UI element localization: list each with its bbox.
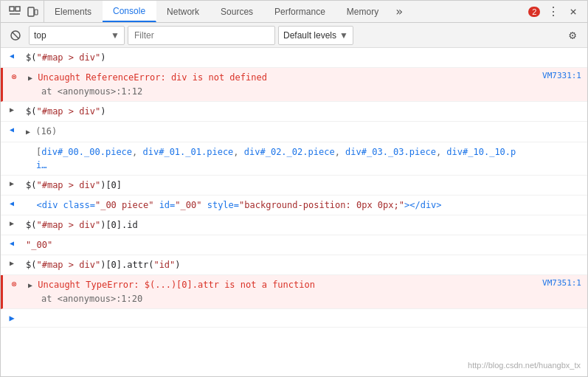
row-gutter: ◀: [1, 123, 23, 134]
console-row: ▶ $("#map > div")[0]: [1, 176, 587, 196]
row-gutter: ◀: [1, 197, 23, 207]
level-arrow-icon: ▼: [339, 30, 348, 41]
row-source[interactable]: VM7351:1: [528, 277, 587, 289]
row-source[interactable]: [528, 144, 587, 147]
svg-rect-3: [28, 7, 34, 16]
row-source[interactable]: [528, 217, 587, 220]
row-source[interactable]: [528, 237, 587, 240]
console-row: ◀ "_00": [1, 235, 587, 255]
console-row: [div#_00._00.piece, div#_01._01.piece, d…: [1, 142, 587, 176]
prompt-icon: ▶: [1, 313, 23, 323]
close-devtools-icon[interactable]: ×: [567, 3, 580, 20]
svg-line-6: [13, 32, 18, 38]
row-gutter: ⊗: [3, 69, 25, 82]
row-content: [div#_00._00.piece, div#_01._01.piece, d…: [23, 144, 528, 173]
inspect-icon[interactable]: [8, 5, 21, 18]
watermark-text: http://blog.csdn.net/huangbx_tx: [468, 361, 581, 370]
console-toolbar: top ▼ Default levels ▼ ⚙: [1, 23, 587, 48]
kebab-menu-icon[interactable]: ⋮: [544, 3, 562, 20]
row-content: $("#map > div")[0].attr("id"): [23, 257, 528, 273]
row-content: ▶ Uncaught TypeError: $(...)[0].attr is …: [25, 277, 528, 307]
row-gutter: ▶: [1, 103, 23, 114]
row-content: $("#map > div")[0].id: [23, 217, 528, 233]
row-content: ▶ (16): [23, 123, 528, 140]
console-prompt-row: ▶: [1, 309, 587, 328]
console-row: ▶ $("#map > div")[0].id: [1, 215, 587, 235]
clear-console-button[interactable]: [5, 26, 26, 45]
row-gutter: ▶: [1, 257, 23, 267]
row-content: $("#map > div"): [23, 49, 528, 66]
tab-memory[interactable]: Memory: [336, 1, 390, 22]
devtools-icons: [4, 1, 44, 22]
context-selector[interactable]: top ▼: [29, 26, 125, 45]
result-arrow-icon: ◀: [10, 199, 14, 207]
row-content: ▶ Uncaught ReferenceError: div is not de…: [25, 69, 528, 100]
device-icon[interactable]: [26, 5, 39, 18]
svg-rect-0: [10, 7, 14, 11]
console-input[interactable]: [23, 311, 587, 325]
row-content: $("#map > div"): [23, 103, 528, 120]
expand-icon[interactable]: ▶: [28, 281, 32, 289]
tab-right-controls: 2 ⋮ ×: [524, 3, 584, 20]
row-source[interactable]: [528, 123, 587, 126]
svg-rect-4: [35, 10, 38, 15]
svg-rect-1: [15, 7, 20, 11]
more-tabs-button[interactable]: »: [390, 1, 409, 22]
filter-input[interactable]: [128, 26, 275, 45]
eval-icon[interactable]: ▶: [10, 179, 14, 187]
row-gutter: ◀: [1, 237, 23, 247]
console-row: ◀ <div class="_00 piece" id="_00" style=…: [1, 196, 587, 215]
console-row: ▶ $("#map > div"): [1, 102, 587, 122]
row-gutter: ⊗: [3, 277, 25, 289]
expand-icon[interactable]: ▶: [26, 128, 30, 136]
tab-performance[interactable]: Performance: [264, 1, 336, 22]
row-content: $("#map > div")[0]: [23, 177, 528, 193]
log-level-selector[interactable]: Default levels ▼: [278, 26, 353, 45]
result-arrow-icon: ◀: [10, 125, 14, 134]
console-row: ◀ ▶ (16): [1, 122, 587, 142]
console-row: ◀ $("#map > div"): [1, 48, 587, 68]
error-icon: ⊗: [11, 72, 16, 82]
row-source[interactable]: [528, 103, 587, 106]
row-gutter: [1, 144, 23, 146]
tab-bar: Elements Console Network Sources Perform…: [1, 1, 587, 23]
console-row-error: ⊗ ▶ Uncaught ReferenceError: div is not …: [1, 68, 587, 102]
row-source[interactable]: [528, 49, 587, 52]
row-source[interactable]: VM7331:1: [528, 69, 587, 82]
eval-icon[interactable]: ▶: [10, 259, 14, 267]
error-icon: ⊗: [11, 279, 16, 289]
context-arrow-icon: ▼: [111, 30, 120, 41]
settings-button[interactable]: ⚙: [562, 26, 583, 45]
eval-icon[interactable]: ▶: [10, 106, 14, 114]
tab-sources[interactable]: Sources: [210, 1, 264, 22]
console-row: ▶ $("#map > div")[0].attr("id"): [1, 255, 587, 275]
row-source[interactable]: [528, 257, 587, 260]
error-count-badge: 2: [528, 7, 540, 17]
row-gutter: ▶: [1, 177, 23, 187]
console-output: ◀ $("#map > div") ⊗ ▶ Uncaught Reference…: [1, 48, 587, 377]
tab-elements[interactable]: Elements: [44, 1, 103, 22]
row-gutter: ▶: [1, 217, 23, 227]
row-content: <div class="_00 piece" id="_00" style="b…: [23, 197, 528, 213]
tab-console[interactable]: Console: [103, 1, 156, 22]
main-tabs: Elements Console Network Sources Perform…: [44, 1, 524, 22]
row-source[interactable]: [528, 177, 587, 180]
result-arrow-icon: ◀: [10, 52, 14, 60]
expand-icon[interactable]: ▶: [28, 74, 32, 82]
tab-network[interactable]: Network: [156, 1, 210, 22]
row-source[interactable]: [528, 197, 587, 200]
result-arrow-icon: ◀: [10, 239, 14, 247]
row-content: "_00": [23, 237, 528, 253]
console-row-error: ⊗ ▶ Uncaught TypeError: $(...)[0].attr i…: [1, 275, 587, 309]
eval-icon[interactable]: ▶: [10, 219, 14, 227]
row-gutter: ◀: [1, 49, 23, 60]
